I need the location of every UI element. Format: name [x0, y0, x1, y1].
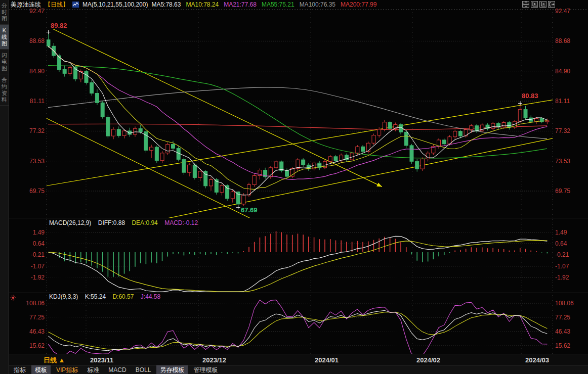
- tab-boll[interactable]: BOLL: [132, 366, 155, 374]
- y-axis-label: 77.32: [29, 127, 45, 134]
- y-axis-label: 15.62: [555, 342, 570, 349]
- y-axis-label: 81.11: [30, 98, 45, 105]
- y-axis-label: 88.68: [29, 37, 45, 44]
- x-axis-date-label: 2024/03: [525, 356, 549, 364]
- y-axis-label: 1.49: [33, 229, 45, 236]
- period-selector[interactable]: 日线 ▲: [44, 356, 65, 365]
- y-axis-label: 88.68: [555, 37, 570, 44]
- axis-shift-left-icon: [532, 2, 537, 7]
- sidebar-item-kline-chart[interactable]: K线图: [0, 25, 9, 50]
- bottom-tab-bar: 指标模板VIP指标标准MACDBOLL另存模板管理模板: [9, 365, 588, 374]
- tab-macd[interactable]: MACD: [105, 366, 130, 374]
- sidebar-item-contract-info[interactable]: 合约资料: [0, 74, 9, 106]
- axis-shift-right-icon: [540, 2, 546, 7]
- mini-chart-icon[interactable]: [72, 2, 79, 8]
- y-axis-label: -1.92: [555, 274, 569, 281]
- ma-value: MA100:76.35: [300, 1, 335, 8]
- y-axis-label: 0.64: [555, 240, 567, 247]
- y-axis-label: 1.49: [555, 229, 567, 236]
- y-axis-label: 108.06: [26, 300, 45, 307]
- sidebar-item-flash-chart[interactable]: 闪电图: [0, 50, 9, 74]
- x-axis-date-label: 2023/11: [90, 356, 113, 364]
- chart-header: 美原油连续 【日线】 MA(5,10,21,55,100,200) MA5:78…: [11, 0, 517, 9]
- y-axis-label: 84.90: [555, 68, 570, 75]
- ma-value: MA200:77.99: [341, 1, 376, 8]
- y-axis-label: 73.53: [555, 158, 570, 165]
- y-axis-label: -0.21: [555, 251, 569, 258]
- chart-toolbar: [522, 1, 555, 8]
- tab-template[interactable]: 模板: [31, 365, 51, 374]
- tab-indicator[interactable]: 指标: [10, 365, 29, 374]
- shift-right-button[interactable]: [539, 1, 547, 8]
- macd-dea-value: DEA:0.94: [132, 219, 157, 226]
- tab-standard[interactable]: 标准: [83, 365, 103, 374]
- y-axis-label: 77.25: [555, 314, 570, 321]
- y-axis-label: 69.75: [555, 188, 570, 195]
- x-axis-date-label: 2024/01: [315, 356, 339, 364]
- detach-panel-icon: [549, 2, 555, 7]
- y-axis-label: 46.43: [29, 328, 45, 335]
- x-axis-date-label: 2023/12: [202, 356, 226, 364]
- date-axis-row: 日线 ▲ 2023/112023/122024/012024/022024/03: [9, 354, 588, 365]
- y-axis-label: -1.92: [31, 274, 45, 281]
- y-axis-label: 92.47: [555, 8, 570, 15]
- macd-diff-value: DIFF:0.88: [98, 219, 125, 226]
- ma-values: MA5:78.63MA10:78.24MA21:77.68MA55:75.21M…: [151, 1, 382, 8]
- detach-button[interactable]: [548, 1, 555, 8]
- tab-save-template[interactable]: 另存模板: [156, 365, 188, 374]
- ma-value: MA21:77.68: [224, 1, 257, 8]
- y-axis-label: 73.53: [29, 158, 45, 165]
- symbol-name: 美原油连续: [11, 1, 41, 9]
- y-axis-label: -1.07: [31, 263, 45, 270]
- x-axis-date-label: 2024/02: [416, 356, 440, 364]
- shift-left-button[interactable]: [531, 1, 538, 8]
- chart-canvas[interactable]: 92.4792.4788.6888.6884.9084.9081.1181.11…: [0, 0, 588, 374]
- tab-manage-template[interactable]: 管理模板: [190, 365, 221, 374]
- sidebar-item-time-chart[interactable]: 分时图: [0, 0, 9, 25]
- macd-hist-value: MACD:-0.12: [164, 219, 198, 226]
- kdj-title: KDJ(9,3,3): [49, 293, 78, 300]
- pan-icon: [523, 2, 529, 7]
- ma-value: MA55:75.21: [262, 1, 295, 8]
- ma-config: MA(5,10,21,55,100,200): [82, 1, 148, 8]
- y-axis-label: 0.64: [33, 240, 45, 247]
- y-axis-label: 108.06: [555, 300, 574, 307]
- y-axis-label: 84.90: [29, 68, 45, 75]
- y-axis-label: -1.07: [555, 263, 569, 270]
- y-axis-label: 46.43: [555, 328, 570, 335]
- tab-vip-indicator[interactable]: VIP指标: [53, 365, 81, 374]
- period-tag: 【日线】: [45, 1, 69, 9]
- kdj-panel-header: KDJ(9,3,3) K:55.24 D:60.57 J:44.58: [49, 293, 165, 300]
- macd-panel-header: MACD(26,12,9) DIFF:0.88 DEA:0.94 MACD:-0…: [49, 219, 203, 226]
- pan-button[interactable]: [522, 1, 529, 8]
- price-annotation: 89.82: [51, 22, 67, 29]
- ma-value: MA5:78.63: [151, 1, 181, 8]
- price-annotation: 80.83: [522, 92, 538, 100]
- price-annotation: 67.69: [241, 206, 258, 214]
- y-axis-label: 77.32: [555, 127, 570, 134]
- kdj-j-value: J:44.58: [141, 293, 160, 300]
- ma-value: MA10:78.24: [186, 1, 219, 8]
- y-axis-label: 81.11: [555, 98, 570, 105]
- kdj-d-value: D:60.57: [112, 293, 134, 300]
- y-axis-label: 15.62: [29, 342, 45, 349]
- y-axis-label: 77.25: [29, 314, 45, 321]
- trading-app-window: 92.4792.4788.6888.6884.9084.9081.1181.11…: [0, 0, 588, 374]
- panel-alert-icon[interactable]: [10, 294, 16, 303]
- y-axis-label: -0.21: [31, 251, 45, 258]
- y-axis-label: 69.75: [29, 188, 45, 195]
- macd-title: MACD(26,12,9): [49, 219, 91, 226]
- chart-type-sidebar: 分时图K线图闪电图合约资料: [0, 0, 9, 374]
- kdj-k-value: K:55.24: [85, 293, 106, 300]
